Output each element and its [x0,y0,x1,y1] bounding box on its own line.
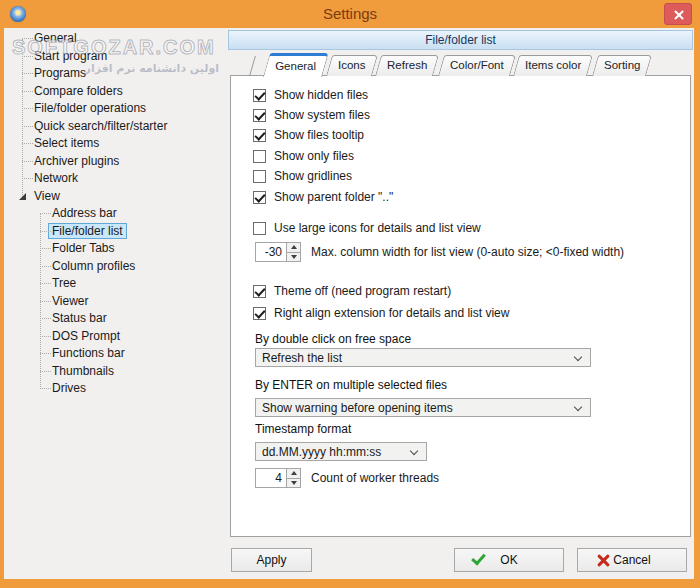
tree-branch-line [22,56,33,57]
max-column-width-row: -30 Max. column width for list view (0-a… [255,242,624,262]
expanded-triangle-icon[interactable] [19,193,26,200]
checkbox-show-system-files[interactable]: Show system files [253,107,370,123]
chevron-down-icon [574,353,582,361]
worker-threads-spinner[interactable]: 4 [255,468,301,488]
tab-general[interactable]: General [263,53,329,77]
sidebar-item-functions-bar[interactable]: Functions bar [4,345,228,363]
panel-header: File/folder list [228,30,693,50]
tab-icons[interactable]: Icons [326,55,378,76]
ok-button[interactable]: OK [454,548,564,572]
checkbox-show-files-tooltip[interactable]: Show files tooltip [253,127,364,143]
checkbox-show-parent-folder[interactable]: Show parent folder ".." [253,189,393,205]
title-bar: Settings [0,0,700,28]
sidebar-item-viewer[interactable]: Viewer [4,293,228,311]
sidebar-item-start-program[interactable]: Start program [4,48,228,66]
tab-label: Refresh [387,56,427,75]
cancel-button[interactable]: Cancel [577,548,687,572]
checkbox-show-only-files[interactable]: Show only files [253,148,354,164]
spinner-down-button[interactable] [287,252,300,262]
checkbox-icon [253,129,266,142]
sidebar-item-network[interactable]: Network [4,170,228,188]
sidebar-item-tree[interactable]: Tree [4,275,228,293]
tree-branch-line [22,38,33,39]
spinner-up-button[interactable] [287,243,300,252]
checkbox-icon [253,285,266,298]
sidebar-item-view[interactable]: View [4,188,228,206]
sidebar-item-label: Select items [30,135,103,151]
arrow-up-icon [291,471,297,475]
sidebar-item-label: Compare folders [30,83,127,99]
tab-color-font[interactable]: Color/Font [438,55,516,76]
sidebar-item-quick-search-filter-starter[interactable]: Quick search/filter/starter [4,118,228,136]
cancel-button-label: Cancel [578,553,686,567]
sidebar-item-label: Column profiles [48,258,139,274]
checkbox-right-align-extension[interactable]: Right align extension for details and li… [253,305,509,321]
enter-multi-label: By ENTER on multiple selected files [255,378,447,393]
checkbox-icon [253,307,266,320]
sidebar-item-programs[interactable]: Programs [4,65,228,83]
checkbox-icon [253,222,266,235]
sidebar-item-status-bar[interactable]: Status bar [4,310,228,328]
tree-branch-line [22,108,33,109]
apply-button[interactable]: Apply [231,548,312,572]
sidebar-item-archiver-plugins[interactable]: Archiver plugins [4,153,228,171]
spinner-up-button[interactable] [287,469,300,478]
timestamp-format-dropdown[interactable]: dd.MM.yyyy hh:mm:ss [255,442,427,461]
tab-refresh[interactable]: Refresh [375,55,439,76]
checkbox-show-hidden-files[interactable]: Show hidden files [253,87,368,103]
enter-multi-dropdown[interactable]: Show warning before opening items [255,398,591,417]
tab-label: Color/Font [450,56,504,75]
sidebar-item-address-bar[interactable]: Address bar [4,205,228,223]
sidebar-item-dos-prompt[interactable]: DOS Prompt [4,328,228,346]
tree-branch-line [22,126,33,127]
checkbox-use-large-icons[interactable]: Use large icons for details and list vie… [253,220,481,236]
ok-button-label: OK [455,553,563,567]
worker-threads-row: 4 Count of worker threads [255,468,439,488]
checkbox-label: Show only files [274,149,354,163]
checkbox-label: Show files tooltip [274,128,364,142]
sidebar-item-file-folder-operations[interactable]: File/folder operations [4,100,228,118]
sidebar-item-label: Tree [48,275,80,291]
sidebar-item-label: Status bar [48,310,111,326]
sidebar-item-thumbnails[interactable]: Thumbnails [4,363,228,381]
tree-branch-line [40,371,51,372]
tab-sorting[interactable]: Sorting [592,55,652,76]
tree-branch-line [40,301,51,302]
checkbox-theme-off[interactable]: Theme off (need program restart) [253,283,451,299]
checkbox-show-gridlines[interactable]: Show gridlines [253,168,352,184]
max-column-width-spinner[interactable]: -30 [255,242,301,262]
tab-label: Items color [525,56,581,75]
tab-items-color[interactable]: Items color [513,55,593,76]
tree-branch-line [40,248,51,249]
spinner-value: 4 [256,469,286,487]
checkbox-label: Show system files [274,108,370,122]
double-click-dropdown[interactable]: Refresh the list [255,348,591,367]
tab-label: General [275,56,316,76]
tree-branch-line [40,336,51,337]
close-button[interactable] [664,3,692,25]
sidebar-item-label: Viewer [48,293,92,309]
tab-page-general: Show hidden files Show system files Show… [230,75,691,537]
sidebar-item-general[interactable]: General [4,30,228,48]
sidebar-item-compare-folders[interactable]: Compare folders [4,83,228,101]
sidebar-item-column-profiles[interactable]: Column profiles [4,258,228,276]
checkbox-label: Show gridlines [274,169,352,183]
chevron-down-icon [574,403,582,411]
sidebar-item-folder-tabs[interactable]: Folder Tabs [4,240,228,258]
tree-branch-line [40,266,51,267]
sidebar-item-drives[interactable]: Drives [4,380,228,398]
tab-label: Icons [338,56,366,75]
dropdown-value: Show warning before opening items [262,401,453,415]
tree-branch-line [22,178,33,179]
spinner-down-button[interactable] [287,478,300,488]
tree-branch-line [22,73,33,74]
sidebar-item-label: Folder Tabs [48,240,118,256]
arrow-down-icon [291,481,297,485]
close-icon [678,9,680,21]
tab-strip-edge [249,56,256,76]
spinner-label: Max. column width for list view (0-auto … [311,245,624,259]
sidebar-item-select-items[interactable]: Select items [4,135,228,153]
checkbox-label: Theme off (need program restart) [274,284,451,298]
sidebar-item-file-folder-list[interactable]: File/folder list [4,223,228,241]
checkbox-label: Show hidden files [274,88,368,102]
